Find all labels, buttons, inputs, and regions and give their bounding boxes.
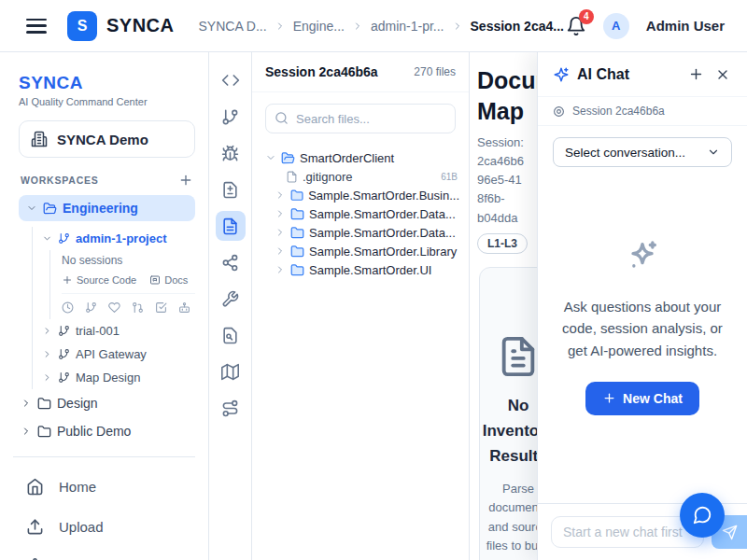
share-icon [221, 254, 239, 272]
tree-file-gitignore[interactable]: .gitignore 61B [286, 167, 459, 186]
close-chat-button[interactable] [713, 65, 732, 84]
project-item-trial-001[interactable]: trial-001 [42, 319, 195, 343]
git-pull-request-icon[interactable] [132, 301, 144, 314]
file-count: 270 files [414, 65, 456, 78]
folder-icon [290, 189, 303, 203]
no-sessions-label: No sessions [62, 250, 195, 273]
git-branch-icon[interactable] [85, 301, 97, 314]
workspace-label: Engineering [63, 201, 138, 216]
chevron-right-icon [275, 227, 286, 238]
bug-view-button[interactable] [216, 138, 246, 168]
file-diff-button[interactable] [216, 175, 246, 204]
chat-empty-text: Ask questions about your code, session a… [551, 296, 734, 361]
notification-badge: 4 [579, 9, 594, 24]
breadcrumb-item[interactable]: Engine... [293, 19, 345, 34]
file-tree-panel: Session 2ca46b6a 270 files SmartOrderCli… [252, 52, 470, 560]
user-name: Admin User [646, 18, 725, 34]
file-search-button[interactable] [216, 320, 246, 350]
nav-item-settings[interactable]: Settings [19, 551, 195, 560]
close-icon [715, 67, 730, 82]
chevron-right-icon [21, 426, 32, 437]
map-icon [221, 363, 239, 381]
chevron-right-icon [352, 21, 363, 32]
workspace-label: Public Demo [57, 424, 131, 439]
project-label: trial-001 [76, 324, 120, 338]
tree-folder[interactable]: Sample.SmartOrder.Busin... [275, 186, 459, 204]
tree-folder[interactable]: Sample.SmartOrder.Data... [275, 204, 459, 223]
brand-title: SYNCA [106, 15, 175, 36]
add-workspace-icon[interactable] [178, 173, 193, 188]
folder-label: Sample.SmartOrder.Data... [309, 226, 456, 240]
send-icon [722, 525, 738, 540]
nav-item-upload[interactable]: Upload [19, 511, 195, 543]
workspace-item-public-demo[interactable]: Public Demo [19, 417, 195, 445]
chat-fab-button[interactable] [680, 493, 725, 538]
folder-icon [37, 425, 51, 439]
folder-label: Sample.SmartOrder.UI [309, 263, 432, 277]
nav-item-home[interactable]: Home [19, 470, 195, 503]
new-conversation-button[interactable] [686, 64, 706, 84]
tree-folder-root[interactable]: SmartOrderClient [265, 148, 459, 167]
document-icon [497, 335, 540, 378]
tools-button[interactable] [216, 284, 246, 314]
code-view-button[interactable] [216, 65, 246, 95]
workspace-label: Design [57, 396, 98, 411]
chevron-right-icon [275, 264, 286, 275]
git-branch-icon [221, 108, 239, 126]
search-files-input[interactable] [265, 104, 456, 133]
project-item-map-design[interactable]: Map Design [42, 366, 195, 389]
building-icon [31, 131, 48, 147]
folder-icon [37, 397, 51, 411]
project-item-admin-1-project[interactable]: admin-1-project [42, 227, 195, 250]
sidebar: SYNCA AI Quality Command Center SYNCA De… [0, 52, 209, 560]
share-button[interactable] [216, 247, 246, 277]
bot-icon[interactable] [178, 301, 190, 314]
health-heart-icon[interactable] [108, 301, 120, 314]
gauge-icon[interactable] [62, 301, 74, 314]
notifications-button[interactable]: 4 [566, 16, 586, 36]
sidebar-nav: Home Upload Settings [19, 470, 195, 560]
check-square-icon[interactable] [155, 301, 167, 314]
breadcrumb-item[interactable]: SYNCA D... [199, 19, 267, 34]
tree-folder[interactable]: Sample.SmartOrder.Data... [275, 223, 459, 242]
chevron-right-icon [275, 245, 286, 257]
project-tools [62, 294, 195, 319]
sidebar-brand: SYNCA [19, 73, 195, 93]
file-tree: SmartOrderClient .gitignore 61B Sample.S… [252, 145, 469, 279]
tree-folder[interactable]: Sample.SmartOrder.Library [275, 242, 459, 260]
folder-label: Sample.SmartOrder.Library [309, 245, 457, 259]
project-label: API Gateway [76, 347, 147, 361]
avatar[interactable]: A [603, 13, 629, 39]
git-view-button[interactable] [216, 102, 246, 132]
new-chat-button[interactable]: New Chat [585, 382, 699, 415]
tree-folder[interactable]: Sample.SmartOrder.UI [275, 260, 459, 279]
add-source-code-button[interactable]: Source Code [62, 274, 136, 286]
workflow-button[interactable] [216, 393, 246, 423]
chevron-right-icon [275, 189, 286, 201]
docs-button[interactable]: Docs [149, 274, 188, 286]
sparkles-icon [553, 66, 570, 83]
ai-chat-panel: AI Chat Session 2ca46b6a Select conversa… [537, 52, 747, 560]
plus-icon [602, 391, 616, 405]
folder-open-icon [43, 202, 57, 216]
folder-label: SmartOrderClient [300, 151, 394, 165]
file-text-icon [221, 217, 239, 235]
folder-icon [290, 207, 304, 221]
folder-icon [290, 263, 304, 277]
logo-letter: S [78, 18, 88, 35]
breadcrumb: SYNCA D... Engine... admin-1-pr... Sessi… [199, 19, 566, 34]
breadcrumb-item-current[interactable]: Session 2ca4... [471, 19, 564, 34]
map-button[interactable] [216, 357, 246, 386]
app-logo[interactable]: S [67, 11, 97, 41]
folder-label: Sample.SmartOrder.Busin... [308, 189, 459, 203]
git-branch-icon [58, 371, 70, 384]
workspace-item-design[interactable]: Design [19, 389, 195, 417]
org-selector[interactable]: SYNCA Demo [19, 120, 195, 158]
project-item-api-gateway[interactable]: API Gateway [42, 343, 195, 366]
top-bar: S SYNCA SYNCA D... Engine... admin-1-pr.… [0, 0, 747, 52]
menu-icon[interactable] [26, 19, 47, 34]
documents-button-active[interactable] [216, 211, 246, 241]
workspace-item-engineering[interactable]: Engineering [19, 195, 195, 221]
level-badge: L1-L3 [477, 233, 528, 254]
breadcrumb-item[interactable]: admin-1-pr... [371, 19, 444, 34]
